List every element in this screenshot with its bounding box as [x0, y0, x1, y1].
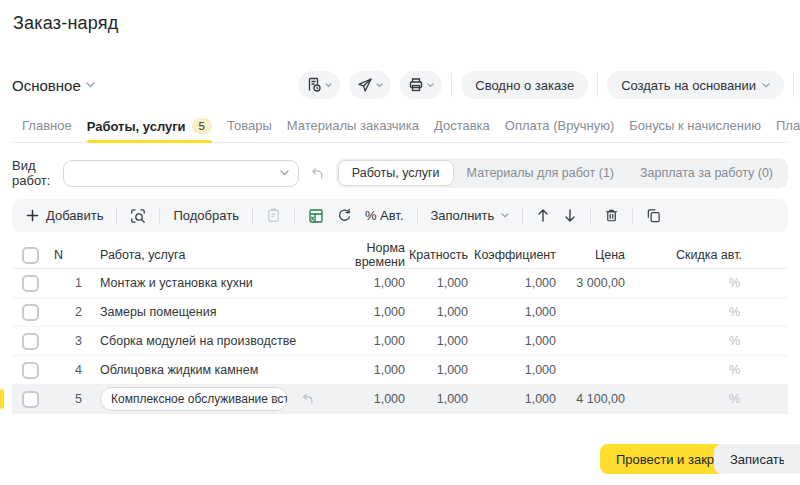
discount-cell[interactable]: % [625, 392, 742, 406]
norm-cell[interactable]: 1,000 [320, 276, 405, 290]
divider [590, 208, 591, 224]
copy-icon[interactable] [646, 208, 661, 223]
chevron-down-icon [427, 83, 434, 88]
tab-bar: Главное Работы, услуги 5 Товары Материал… [12, 118, 788, 143]
mult-cell[interactable]: 1,000 [405, 305, 468, 319]
add-row-button[interactable]: Добавить [26, 208, 103, 223]
coef-cell[interactable]: 1,000 [468, 392, 556, 406]
chevron-down-icon[interactable] [271, 397, 279, 402]
chevron-down-icon [762, 83, 770, 88]
table-view-segmented-control: Работы, услуги Материалы для работ (1) З… [336, 158, 788, 188]
tab-raboty-uslugi[interactable]: Работы, услуги 5 [87, 118, 212, 142]
report-button[interactable] [298, 71, 340, 99]
fill-label: Заполнить [431, 208, 495, 223]
open-link-icon[interactable] [309, 166, 324, 181]
partial-button[interactable] [784, 444, 800, 474]
tab-glavnoe[interactable]: Главное [22, 118, 72, 141]
send-button[interactable] [349, 71, 391, 99]
mult-cell[interactable]: 1,000 [405, 392, 468, 406]
page-title: Заказ-наряд [13, 13, 118, 34]
send-icon [357, 77, 373, 93]
chevron-down-icon [376, 83, 383, 88]
arrow-up-icon[interactable] [536, 208, 550, 223]
norm-cell[interactable]: 1,000 [320, 363, 405, 377]
col-n: N [48, 248, 90, 262]
table-row[interactable]: 3 Сборка модулей на производстве 1,000 1… [12, 327, 788, 356]
coef-cell[interactable]: 1,000 [468, 276, 556, 290]
norm-cell[interactable]: 1,000 [320, 334, 405, 348]
work-name-cell[interactable]: Монтаж и установка кухни [90, 276, 320, 290]
row-checkbox[interactable] [22, 333, 39, 350]
col-coef: Коэффициент [468, 248, 556, 262]
divider [793, 73, 794, 97]
work-name-cell[interactable]: Облицовка жидким камнем [90, 363, 320, 377]
norm-cell[interactable]: 1,000 [320, 305, 405, 319]
table-header: N Работа, услуга Норма времени Кратность… [12, 241, 788, 269]
price-cell[interactable]: 3 000,00 [556, 276, 625, 290]
work-name-cell[interactable]: Сборка модулей на производстве [90, 334, 320, 348]
work-type-combobox[interactable] [63, 160, 299, 187]
norm-cell[interactable]: 1,000 [320, 392, 405, 406]
discount-cell[interactable]: % [625, 363, 742, 377]
divider [632, 208, 633, 224]
divider [522, 208, 523, 224]
coef-cell[interactable]: 1,000 [468, 305, 556, 319]
header-row: Основное [12, 70, 794, 100]
tab-platezhny-kalendar[interactable]: Платежный календарь [776, 118, 800, 141]
coef-cell[interactable]: 1,000 [468, 334, 556, 348]
work-name-cell[interactable]: Замеры помещения [90, 305, 320, 319]
tab-bonusy[interactable]: Бонусы к начислению [629, 118, 761, 141]
excel-table-icon[interactable] [308, 208, 324, 224]
refresh-icon[interactable] [337, 208, 352, 223]
tab-oplata[interactable]: Оплата (Вручную) [505, 118, 614, 141]
print-button[interactable] [400, 71, 442, 99]
price-cell[interactable]: 4 100,00 [556, 392, 625, 406]
arrow-down-icon[interactable] [563, 208, 577, 223]
tab-materialy-zakazchika[interactable]: Материалы заказчика [287, 118, 419, 141]
tab-dostavka[interactable]: Доставка [434, 118, 490, 141]
select-all-checkbox[interactable] [22, 247, 39, 264]
col-discount: Скидка авт. [625, 248, 742, 262]
segment-materialy[interactable]: Материалы для работ (1) [454, 160, 627, 186]
row-checkbox[interactable] [22, 391, 39, 408]
table-row-editing[interactable]: 5 Комплексное обслуживание вст... 1,000 … [12, 385, 788, 414]
auto-percent-button[interactable]: % Авт. [365, 208, 404, 223]
chevron-down-icon[interactable] [280, 170, 289, 176]
open-link-icon[interactable] [300, 392, 314, 406]
row-number: 4 [48, 363, 90, 377]
discount-cell[interactable]: % [625, 276, 742, 290]
segment-zarplata[interactable]: Зарплата за работу (0) [627, 160, 786, 186]
create-from-button[interactable]: Создать на основании [607, 71, 784, 99]
discount-cell[interactable]: % [625, 305, 742, 319]
report-icon [306, 77, 322, 93]
table-row[interactable]: 1 Монтаж и установка кухни 1,000 1,000 1… [12, 269, 788, 298]
tab-count-badge: 5 [192, 118, 212, 134]
order-summary-button[interactable]: Сводно о заказе [461, 71, 588, 99]
coef-cell[interactable]: 1,000 [468, 363, 556, 377]
main-menu-button[interactable]: Основное [12, 77, 95, 94]
divider [159, 208, 160, 224]
mult-cell[interactable]: 1,000 [405, 334, 468, 348]
divider [116, 208, 117, 224]
table-toolbar: Добавить Подобрать [12, 199, 788, 232]
discount-cell[interactable]: % [625, 334, 742, 348]
row-checkbox[interactable] [22, 362, 39, 379]
table-row[interactable]: 4 Облицовка жидким камнем 1,000 1,000 1,… [12, 356, 788, 385]
scan-search-icon[interactable] [130, 208, 146, 224]
fill-button[interactable]: Заполнить [431, 208, 510, 223]
col-norm: Норма времени [320, 241, 405, 269]
segment-raboty-uslugi[interactable]: Работы, услуги [338, 160, 454, 186]
row-checkbox[interactable] [22, 304, 39, 321]
mult-cell[interactable]: 1,000 [405, 363, 468, 377]
mult-cell[interactable]: 1,000 [405, 276, 468, 290]
row-number: 5 [48, 392, 90, 406]
row-checkbox[interactable] [22, 275, 39, 292]
header-actions: Сводно о заказе Создать на основании [298, 71, 794, 99]
col-price: Цена [556, 248, 625, 262]
work-name-combobox[interactable]: Комплексное обслуживание вст... [100, 387, 288, 411]
pick-button[interactable]: Подобрать [173, 208, 238, 223]
table-row[interactable]: 2 Замеры помещения 1,000 1,000 1,000 % [12, 298, 788, 327]
trash-icon[interactable] [604, 208, 619, 223]
tab-tovary[interactable]: Товары [227, 118, 272, 141]
paste-icon [266, 208, 281, 223]
